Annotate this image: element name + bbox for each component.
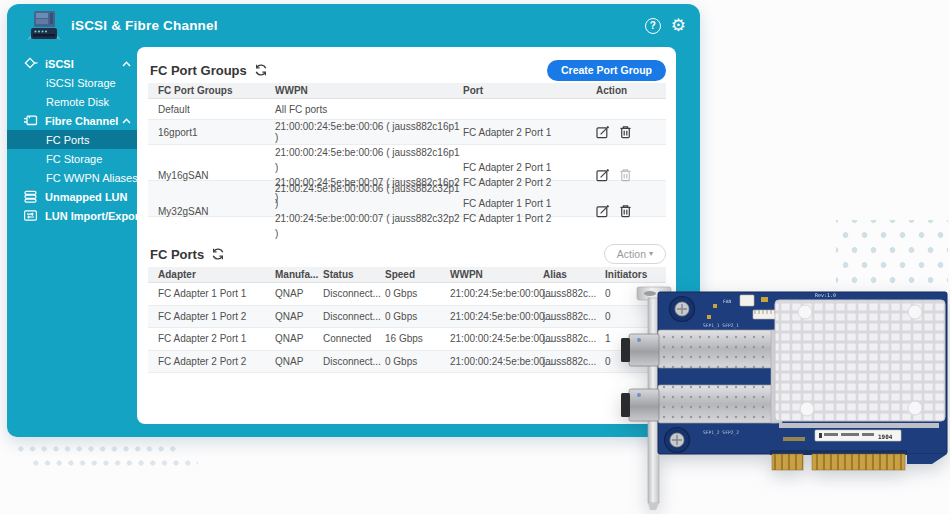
cell-alias: jauss882c... xyxy=(543,333,605,344)
create-port-group-label: Create Port Group xyxy=(561,64,652,76)
sidebar-item-remote-disk[interactable]: Remote Disk xyxy=(7,92,144,111)
settings-gear-icon[interactable]: ⚙ xyxy=(671,17,686,34)
create-port-group-button[interactable]: Create Port Group xyxy=(547,60,666,81)
sidebar-item-iscsi[interactable]: iSCSI xyxy=(7,54,144,73)
col-header: Manufa... xyxy=(275,269,323,280)
fibre-channel-icon xyxy=(23,113,38,128)
table-row[interactable]: FC Adapter 1 Port 2 QNAP Disconnect... 0… xyxy=(148,306,666,329)
col-header: Speed xyxy=(385,269,450,280)
caret-down-icon: ▾ xyxy=(649,250,653,258)
fc-ports-table: Adapter Manufa... Status Speed WWPN Alia… xyxy=(148,267,666,373)
sidebar-item-unmapped-lun[interactable]: Unmapped LUN xyxy=(7,187,144,206)
cell-manufacturer: QNAP xyxy=(275,356,323,367)
edit-icon[interactable] xyxy=(596,204,610,218)
sidebar-item-lun-import-export[interactable]: LUN Import/Export xyxy=(7,206,144,225)
smd-component-row xyxy=(779,423,939,428)
fan-silkscreen: FAN xyxy=(723,299,732,304)
group-name: Default xyxy=(148,104,275,115)
page: iSCSI & Fibre Channel ? ⚙ iSCSI iSCSI St… xyxy=(0,0,950,514)
group-name: My32gSAN xyxy=(148,206,275,217)
cell-wwpn: 21:00:24:5e:be:00:00... xyxy=(450,311,543,322)
sidebar-item-label: LUN Import/Export xyxy=(45,210,143,222)
cell-adapter: FC Adapter 2 Port 2 xyxy=(148,356,275,367)
action-button-label: Action xyxy=(617,248,646,260)
port-groups-title: FC Port Groups xyxy=(150,63,247,78)
sidebar-item-label: Fibre Channel xyxy=(45,115,118,127)
table-row[interactable]: FC Adapter 2 Port 1 QNAP Connected 16 Gb… xyxy=(148,328,666,351)
label-code: 1904 xyxy=(878,433,893,440)
heatsink xyxy=(775,300,945,428)
decor-dots-bottom-left-row2 xyxy=(30,460,198,466)
group-wwpn: 21:00:24:5e:be:00:00:06 ( jauss882c32p1 … xyxy=(275,181,463,211)
fc-ports-title: FC Ports xyxy=(150,247,204,262)
sfp-module-2 xyxy=(621,389,659,421)
decor-dots-bottom-left-row1 xyxy=(15,446,180,452)
cell-speed: 0 Gbps xyxy=(385,356,450,367)
table-row[interactable]: My32gSAN 21:00:24:5e:be:00:00:06 ( jauss… xyxy=(148,181,666,217)
sidebar-item-iscsi-storage[interactable]: iSCSI Storage xyxy=(7,73,144,92)
refresh-icon[interactable] xyxy=(211,247,225,261)
table-row[interactable]: FC Adapter 2 Port 2 QNAP Disconnect... 0… xyxy=(148,351,666,374)
cell-speed: 0 Gbps xyxy=(385,288,450,299)
cell-status: Connected xyxy=(323,333,385,344)
group-port: FC Adapter 1 Port 1 xyxy=(463,196,588,211)
col-header: Adapter xyxy=(148,269,275,280)
table-row[interactable]: FC Adapter 1 Port 1 QNAP Disconnect... 0… xyxy=(148,283,666,306)
pcb-screw-bottom xyxy=(665,428,690,453)
cell-alias: jauss882c... xyxy=(543,356,605,367)
cell-speed: 16 Gbps xyxy=(385,333,450,344)
group-wwpn: 21:00:00:24:5e:be:00:06 ( jauss882c16p1 … xyxy=(275,121,463,143)
port-groups-table: FC Port Groups WWPN Port Action Default … xyxy=(148,83,666,217)
edit-icon[interactable] xyxy=(596,168,610,182)
cell-alias: jauss882c... xyxy=(543,311,605,322)
group-wwpn: All FC ports xyxy=(275,104,463,115)
delete-icon[interactable] xyxy=(619,204,632,218)
action-dropdown-button[interactable]: Action ▾ xyxy=(604,244,666,264)
fibre-channel-card-image: FAN Rev:1.0 SFP1_1 SFP2_1 SFP1_2 SFP2_2 xyxy=(615,282,950,514)
group-port: FC Adapter 1 Port 2 xyxy=(463,211,588,226)
sidebar-item-label: iSCSI Storage xyxy=(46,77,116,89)
port-groups-header: FC Port Groups Create Port Group xyxy=(150,57,666,83)
table-row[interactable]: 16gport1 21:00:00:24:5e:be:00:06 ( jauss… xyxy=(148,120,666,145)
unmapped-lun-icon xyxy=(23,189,38,204)
gear-glyph: ⚙ xyxy=(671,16,686,35)
pcb-screw-top xyxy=(670,297,695,322)
sidebar-item-fc-storage[interactable]: FC Storage xyxy=(7,149,144,168)
table-row[interactable]: My16gSAN 21:00:00:24:5e:be:00:06 ( jauss… xyxy=(148,145,666,181)
delete-icon[interactable] xyxy=(619,125,632,139)
cell-wwpn: 21:00:00:24:5e:be:00... xyxy=(450,356,543,367)
sidebar-item-fibre-channel[interactable]: Fibre Channel xyxy=(7,111,144,130)
fc-ports-header: FC Ports Action ▾ xyxy=(150,241,666,267)
group-port: FC Adapter 2 Port 1 xyxy=(463,160,588,175)
chevron-up-icon[interactable] xyxy=(122,118,131,124)
sidebar: iSCSI iSCSI Storage Remote Disk Fibre Ch… xyxy=(7,47,144,437)
app-window: iSCSI & Fibre Channel ? ⚙ iSCSI iSCSI St… xyxy=(7,4,700,437)
sidebar-item-label: FC Storage xyxy=(46,153,102,165)
sidebar-item-label: FC Ports xyxy=(46,134,89,146)
table-header-row: Adapter Manufa... Status Speed WWPN Alia… xyxy=(148,267,666,283)
sidebar-item-fc-ports[interactable]: FC Ports xyxy=(7,130,144,149)
col-header: Initiators xyxy=(605,269,666,280)
refresh-icon[interactable] xyxy=(254,63,268,77)
sidebar-item-label: iSCSI xyxy=(45,58,74,70)
lun-import-export-icon xyxy=(23,208,38,223)
sidebar-item-label: Remote Disk xyxy=(46,96,109,108)
group-port: FC Adapter 2 Port 1 xyxy=(463,127,588,138)
sidebar-item-label: Unmapped LUN xyxy=(45,191,128,203)
cell-adapter: FC Adapter 2 Port 1 xyxy=(148,333,275,344)
sidebar-item-fc-wwpn-aliases[interactable]: FC WWPN Aliases xyxy=(7,168,144,187)
cell-alias: jauss882c... xyxy=(543,288,605,299)
iscsi-icon xyxy=(23,56,38,71)
table-row[interactable]: Default All FC ports xyxy=(148,99,666,120)
window-header: iSCSI & Fibre Channel ? ⚙ xyxy=(7,4,700,47)
cell-status: Disconnect... xyxy=(323,311,385,322)
page-title: iSCSI & Fibre Channel xyxy=(71,18,218,33)
cell-adapter: FC Adapter 1 Port 2 xyxy=(148,311,275,322)
table-header-row: FC Port Groups WWPN Port Action xyxy=(148,83,666,99)
sidebar-item-label: FC WWPN Aliases xyxy=(46,172,138,184)
cell-status: Disconnect... xyxy=(323,356,385,367)
chevron-up-icon[interactable] xyxy=(122,61,131,67)
help-icon[interactable]: ? xyxy=(645,18,661,34)
cell-manufacturer: QNAP xyxy=(275,311,323,322)
edit-icon[interactable] xyxy=(596,125,610,139)
